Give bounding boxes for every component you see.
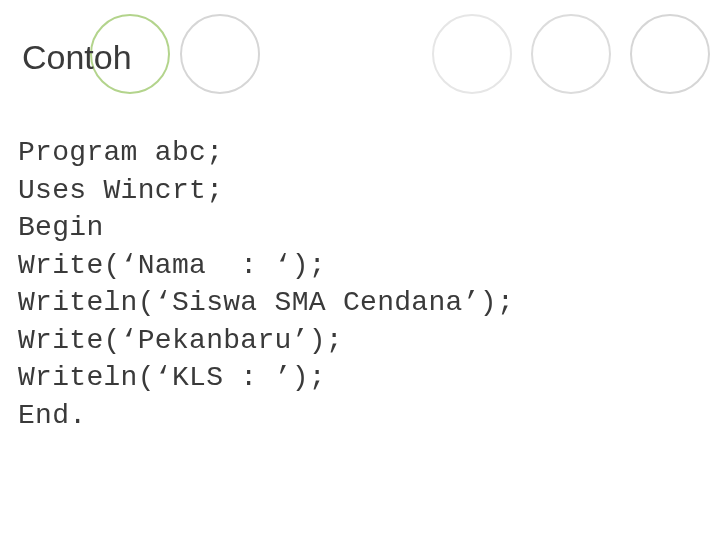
decorative-circle [180, 14, 260, 94]
decorative-circle [630, 14, 710, 94]
code-block: Program abc; Uses Wincrt; Begin Write(‘N… [18, 134, 514, 434]
code-line: Write(‘Nama : ‘); [18, 250, 326, 281]
code-line: Program abc; [18, 137, 223, 168]
decorative-circle [432, 14, 512, 94]
code-line: Uses Wincrt; [18, 175, 223, 206]
code-line: Writeln(‘KLS : ’); [18, 362, 326, 393]
code-line: Write(‘Pekanbaru’); [18, 325, 343, 356]
code-line: End. [18, 400, 86, 431]
slide-title: Contoh [22, 38, 132, 77]
decorative-circle [531, 14, 611, 94]
code-line: Begin [18, 212, 104, 243]
code-line: Writeln(‘Siswa SMA Cendana’); [18, 287, 514, 318]
